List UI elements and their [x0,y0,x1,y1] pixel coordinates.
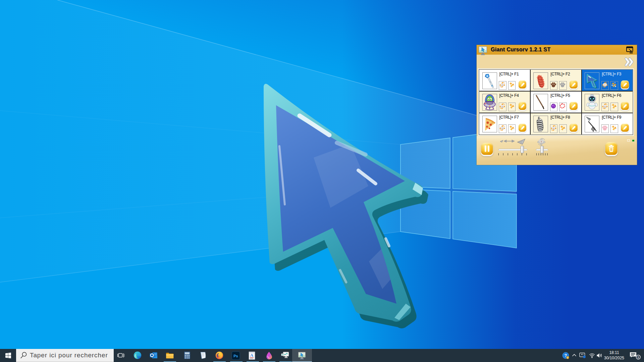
svg-text:Ps: Ps [233,354,238,358]
svg-text:A: A [250,353,254,358]
svg-text:5: 5 [637,356,639,359]
svg-text:i: i [567,356,568,359]
